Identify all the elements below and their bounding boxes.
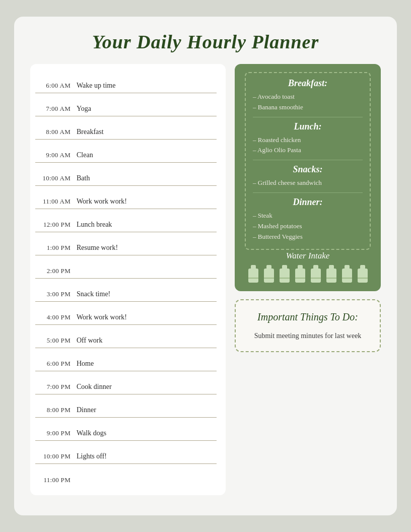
- time-label: 7:00 PM: [35, 383, 77, 392]
- schedule-panel: 6:00 AM Wake up time 7:00 AM Yoga 8:00 A…: [30, 64, 226, 495]
- snacks-title: Snacks:: [253, 164, 363, 175]
- water-title: Water Intake: [245, 251, 371, 261]
- schedule-activity: Wake up time: [77, 82, 115, 91]
- schedule-activity: Breakfast: [77, 128, 104, 137]
- schedule-activity: Cook dinner: [77, 383, 112, 392]
- water-bottle: [247, 265, 260, 284]
- schedule-row: 9:00 AM Clean: [35, 141, 217, 163]
- bottle-neck: [345, 265, 350, 269]
- schedule-row: 11:00 PM: [35, 465, 217, 487]
- schedule-activity: Snack time!: [77, 290, 110, 299]
- bottle-line: [358, 278, 368, 279]
- bottle-line: [311, 278, 321, 279]
- schedule-row: 10:00 PM Lights off!: [35, 442, 217, 464]
- dinner-items: – Steak– Mashed potatoes– Buttered Veggi…: [253, 211, 363, 242]
- page-title: Your Daily Hourly Planner: [30, 31, 381, 53]
- water-bottle: [294, 265, 307, 284]
- time-label: 10:00 AM: [35, 174, 77, 183]
- bottle-body: [280, 269, 290, 283]
- time-label: 10:00 PM: [35, 452, 77, 461]
- time-label: 8:00 PM: [35, 406, 77, 415]
- bottle-neck: [298, 265, 303, 269]
- schedule-activity: Walk dogs: [77, 429, 106, 438]
- schedule-activity: Clean: [77, 151, 93, 160]
- bottle-line: [248, 278, 258, 279]
- water-bottle: [325, 265, 338, 284]
- schedule-activity: Work work work!: [77, 197, 127, 207]
- time-label: 11:00 PM: [35, 476, 77, 485]
- bottle-neck: [282, 265, 287, 269]
- schedule-row: 6:00 AM Wake up time: [35, 71, 217, 93]
- schedule-activity: Work work work!: [77, 313, 127, 322]
- meals-card: Breakfast: – Avocado toast– Banana smoot…: [235, 64, 381, 291]
- bottle-neck: [313, 265, 318, 269]
- schedule-row: 5:00 PM Off work: [35, 326, 217, 348]
- schedule-activity: Bath: [77, 174, 90, 183]
- bottle-body: [295, 269, 305, 283]
- water-bottle: [278, 265, 291, 284]
- lunch-title: Lunch:: [253, 121, 363, 132]
- bottle-line: [280, 278, 290, 279]
- time-label: 5:00 PM: [35, 337, 77, 346]
- schedule-row: 8:00 AM Breakfast: [35, 117, 217, 140]
- bottle-body: [264, 269, 274, 283]
- time-label: 9:00 PM: [35, 429, 77, 438]
- bottle-neck: [329, 265, 334, 269]
- water-bottles: [245, 265, 371, 284]
- important-card: Important Things To Do: Submit meeting m…: [235, 299, 381, 352]
- bottle-neck: [266, 265, 271, 269]
- bottle-body: [358, 269, 368, 283]
- bottle-line: [295, 278, 305, 279]
- schedule-activity: Home: [77, 360, 94, 369]
- meals-inner-box: Breakfast: – Avocado toast– Banana smoot…: [245, 72, 371, 250]
- breakfast-title: Breakfast:: [253, 78, 363, 89]
- bottle-line: [342, 278, 352, 279]
- breakfast-items: – Avocado toast– Banana smoothie: [253, 92, 363, 113]
- schedule-row: 7:00 AM Yoga: [35, 94, 217, 116]
- schedule-row: 10:00 AM Bath: [35, 164, 217, 186]
- time-label: 2:00 PM: [35, 267, 77, 276]
- bottle-body: [311, 269, 321, 283]
- schedule-row: 3:00 PM Snack time!: [35, 280, 217, 302]
- important-text: Submit meeting minutes for last week: [245, 330, 371, 341]
- page: Your Daily Hourly Planner 6:00 AM Wake u…: [14, 17, 397, 515]
- bottle-body: [326, 269, 336, 283]
- bottle-neck: [360, 265, 365, 269]
- right-column: Breakfast: – Avocado toast– Banana smoot…: [235, 64, 381, 352]
- bottle-body: [248, 269, 258, 283]
- bottle-body: [342, 269, 352, 283]
- schedule-row: 8:00 PM Dinner: [35, 395, 217, 418]
- time-label: 9:00 AM: [35, 151, 77, 160]
- time-label: 3:00 PM: [35, 290, 77, 299]
- schedule-activity: Dinner: [77, 406, 96, 415]
- time-label: 1:00 PM: [35, 244, 77, 253]
- schedule-row: 2:00 PM: [35, 256, 217, 279]
- bottle-line: [326, 278, 336, 279]
- time-label: 4:00 PM: [35, 313, 77, 322]
- schedule-activity: Resume work!: [77, 244, 118, 253]
- lunch-items: – Roasted chicken– Aglio Olio Pasta: [253, 135, 363, 156]
- schedule-activity: Off work: [77, 337, 102, 346]
- bottle-line: [264, 278, 274, 279]
- schedule-activity: Lunch break: [77, 221, 112, 230]
- schedule-row: 6:00 PM Home: [35, 349, 217, 371]
- important-title: Important Things To Do:: [245, 310, 371, 323]
- water-section: Water Intake: [245, 251, 371, 284]
- schedule-activity: Yoga: [77, 105, 91, 114]
- dinner-title: Dinner:: [253, 197, 363, 208]
- content-area: 6:00 AM Wake up time 7:00 AM Yoga 8:00 A…: [30, 64, 381, 495]
- time-label: 11:00 AM: [35, 197, 77, 207]
- snacks-items: – Grilled cheese sandwich: [253, 178, 363, 188]
- schedule-row: 9:00 PM Walk dogs: [35, 419, 217, 441]
- schedule-row: 7:00 PM Cook dinner: [35, 372, 217, 394]
- time-label: 12:00 PM: [35, 221, 77, 230]
- schedule-row: 1:00 PM Resume work!: [35, 233, 217, 255]
- water-bottle: [309, 265, 322, 284]
- water-bottle: [356, 265, 369, 284]
- time-label: 7:00 AM: [35, 105, 77, 114]
- water-bottle: [340, 265, 354, 284]
- time-label: 6:00 AM: [35, 82, 77, 91]
- schedule-row: 4:00 PM Work work work!: [35, 303, 217, 325]
- bottle-neck: [251, 265, 256, 269]
- water-bottle: [262, 265, 276, 284]
